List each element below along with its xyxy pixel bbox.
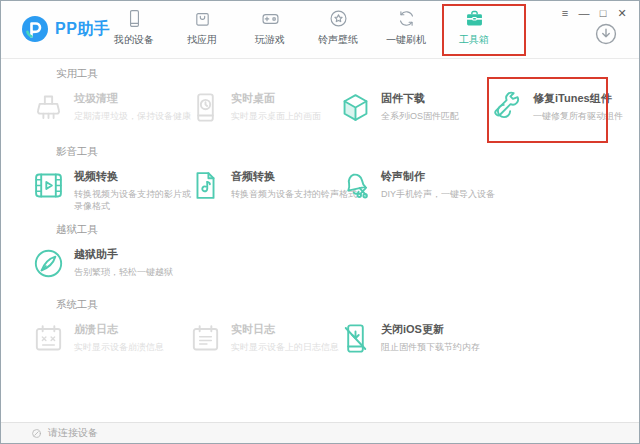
audio-convert-icon xyxy=(188,168,223,203)
gamepad-icon xyxy=(260,8,281,29)
tool-item-ringtone-maker[interactable]: 铃声制作DIY手机铃声，一键导入设备 xyxy=(338,168,490,212)
nav-item-my-device[interactable]: 我的设备 xyxy=(100,8,168,47)
section: 系统工具崩溃日志实时显示设备崩溃信息实时日志实时显示设备上的日志信息关闭iOS更… xyxy=(1,298,639,356)
nav-label: 我的设备 xyxy=(114,33,154,47)
tool-title: 崩溃日志 xyxy=(74,322,164,337)
tool-row: 崩溃日志实时显示设备崩溃信息实时日志实时显示设备上的日志信息关闭iOS更新阻止固… xyxy=(1,321,639,356)
tool-title: 越狱助手 xyxy=(74,247,173,262)
shopping-bag-icon xyxy=(192,8,213,29)
topbar: PP助手 我的设备找应用玩游戏铃声壁纸一键刷机工具箱 ≡—□✕ xyxy=(1,1,639,59)
nav-label: 玩游戏 xyxy=(255,33,285,47)
nav-item-one-key-flash[interactable]: 一键刷机 xyxy=(372,8,440,47)
tool-item-live-log[interactable]: 实时日志实时显示设备上的日志信息 xyxy=(188,321,338,356)
tool-subtitle: 实时显示设备崩溃信息 xyxy=(74,341,164,353)
toolbox-icon xyxy=(464,8,485,29)
close-button[interactable]: ✕ xyxy=(614,5,630,21)
tool-item-video-convert[interactable]: 视频转换转换视频为设备支持的影片或录像格式 xyxy=(31,168,188,212)
tool-row: 垃圾清理定期清理垃圾，保持设备健康实时桌面实时显示桌面上的画面固件下载全系列iO… xyxy=(1,90,639,125)
nav-item-toolbox[interactable]: 工具箱 xyxy=(440,8,508,47)
section: 实用工具垃圾清理定期清理垃圾，保持设备健康实时桌面实时显示桌面上的画面固件下载全… xyxy=(1,67,639,125)
bell-scissors-icon xyxy=(338,168,373,203)
refresh-icon xyxy=(396,8,417,29)
minimize-button[interactable]: — xyxy=(576,5,592,21)
tool-item-audio-convert[interactable]: 音频转换转换音频为设备支持的铃声格式 xyxy=(188,168,338,212)
maximize-button[interactable]: □ xyxy=(595,5,611,21)
tool-subtitle: 定期清理垃圾，保持设备健康 xyxy=(74,110,191,122)
tool-title: 视频转换 xyxy=(74,169,196,184)
section-title: 系统工具 xyxy=(56,298,639,312)
section-title: 影音工具 xyxy=(56,145,639,159)
nav-item-ringtone-wallpaper[interactable]: 铃声壁纸 xyxy=(304,8,372,47)
tool-item-crash-log[interactable]: 崩溃日志实时显示设备崩溃信息 xyxy=(31,321,188,356)
statusbar: 请连接设备 xyxy=(1,422,639,443)
nav-label: 工具箱 xyxy=(459,33,489,47)
section: 越狱工具越狱助手告别繁琐，轻松一键越狱 xyxy=(1,223,639,281)
window-controls: ≡—□✕ xyxy=(557,5,630,21)
menu-button[interactable]: ≡ xyxy=(557,5,573,21)
app-logo: PP助手 xyxy=(21,15,110,43)
toolbox-page: 实用工具垃圾清理定期清理垃圾，保持设备健康实时桌面实时显示桌面上的画面固件下载全… xyxy=(1,59,639,423)
section-title: 实用工具 xyxy=(56,67,639,81)
tool-title: 关闭iOS更新 xyxy=(381,322,480,337)
tool-subtitle: 实时显示设备上的日志信息 xyxy=(231,341,339,353)
crash-log-icon xyxy=(31,321,66,356)
star-circle-icon xyxy=(328,8,349,29)
tool-row: 越狱助手告别繁琐，轻松一键越狱 xyxy=(1,246,639,281)
live-log-icon xyxy=(188,321,223,356)
tool-title: 修复iTunes组件 xyxy=(533,91,623,106)
tool-title: 垃圾清理 xyxy=(74,91,191,106)
broom-icon xyxy=(31,90,66,125)
app-window: PP助手 我的设备找应用玩游戏铃声壁纸一键刷机工具箱 ≡—□✕ 实用工具垃圾清理… xyxy=(0,0,640,444)
video-convert-icon xyxy=(31,168,66,203)
tool-subtitle: 一键修复所有驱动组件 xyxy=(533,110,623,122)
nav-label: 铃声壁纸 xyxy=(318,33,358,47)
tool-title: 铃声制作 xyxy=(381,169,495,184)
phone-icon xyxy=(124,8,145,29)
nav-label: 找应用 xyxy=(187,33,217,47)
tool-subtitle: 转换视频为设备支持的影片或录像格式 xyxy=(74,188,196,212)
tool-title: 固件下载 xyxy=(381,91,459,106)
live-desktop-icon xyxy=(188,90,223,125)
tool-title: 实时桌面 xyxy=(231,91,321,106)
tool-row: 视频转换转换视频为设备支持的影片或录像格式音频转换转换音频为设备支持的铃声格式铃… xyxy=(1,168,639,212)
tool-subtitle: 全系列iOS固件匹配 xyxy=(381,110,459,122)
tool-item-jailbreak-assistant[interactable]: 越狱助手告别繁琐，轻松一键越狱 xyxy=(31,246,188,281)
tool-subtitle: DIY手机铃声，一键导入设备 xyxy=(381,188,495,200)
main-nav: 我的设备找应用玩游戏铃声壁纸一键刷机工具箱 xyxy=(100,8,508,47)
tool-subtitle: 实时显示桌面上的画面 xyxy=(231,110,321,122)
section-title: 越狱工具 xyxy=(56,223,639,237)
firmware-cube-icon xyxy=(338,90,373,125)
tool-item-firmware-download[interactable]: 固件下载全系列iOS固件匹配 xyxy=(338,90,490,125)
download-manager-icon[interactable] xyxy=(593,21,619,47)
jailbreak-icon xyxy=(31,246,66,281)
pp-logo-icon xyxy=(21,15,49,43)
tool-item-garbage-clean[interactable]: 垃圾清理定期清理垃圾，保持设备健康 xyxy=(31,90,188,125)
device-disconnected-icon xyxy=(31,428,42,439)
repair-tools-icon xyxy=(490,90,525,125)
tool-subtitle: 告别繁琐，轻松一键越狱 xyxy=(74,266,173,278)
nav-item-play-games[interactable]: 玩游戏 xyxy=(236,8,304,47)
tool-subtitle: 阻止固件预下载节约内存 xyxy=(381,341,480,353)
status-text: 请连接设备 xyxy=(48,426,98,440)
tool-item-repair-itunes[interactable]: 修复iTunes组件一键修复所有驱动组件 xyxy=(490,90,632,125)
tool-item-live-desktop[interactable]: 实时桌面实时显示桌面上的画面 xyxy=(188,90,338,125)
tool-title: 实时日志 xyxy=(231,322,339,337)
tool-item-block-ios-update[interactable]: 关闭iOS更新阻止固件预下载节约内存 xyxy=(338,321,490,356)
section: 影音工具视频转换转换视频为设备支持的影片或录像格式音频转换转换音频为设备支持的铃… xyxy=(1,145,639,212)
nav-item-find-apps[interactable]: 找应用 xyxy=(168,8,236,47)
block-update-icon xyxy=(338,321,373,356)
nav-label: 一键刷机 xyxy=(386,33,426,47)
